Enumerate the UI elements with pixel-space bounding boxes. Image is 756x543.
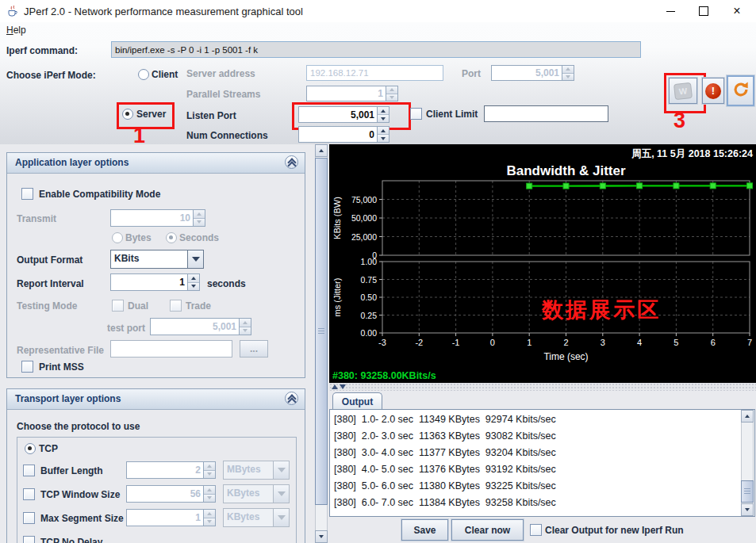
spinner-down-button [204,470,215,479]
seconds-radio [166,232,177,243]
spinner-down-button[interactable] [378,134,389,142]
num-connections-value[interactable]: 0 [298,126,378,143]
chevron-down-icon [192,257,200,262]
output-line: [380] 5.0- 6.0 sec 11380 KBytes 93225 Kb… [330,478,754,495]
chart-panel: 75,00050,00025,0000KBits (BW)1.000.750.5… [329,144,756,383]
svg-text:0: 0 [490,338,495,347]
spinner-up-button[interactable] [378,107,389,114]
client-limit-input[interactable] [484,105,608,122]
restart-iperf-button[interactable] [727,75,754,106]
scroll-down-button[interactable] [741,503,754,516]
application-layer-panel: Application layer options Enable Compati… [6,152,305,378]
port-value: 5,001 [491,65,562,81]
spinner-up-button [562,66,574,73]
client-limit-checkbox[interactable] [410,108,422,120]
collapse-button[interactable] [285,155,298,169]
menu-help[interactable]: Help [6,25,26,36]
max-segment-size-checkbox[interactable] [23,512,35,524]
spinner-down-button [204,494,215,503]
tcp-no-delay-checkbox[interactable] [23,536,35,543]
scroll-up-button[interactable] [741,410,754,423]
chevron-down-icon [278,515,286,520]
output-line: [380] 3.0- 4.0 sec 11377 KBytes 93204 Kb… [330,445,754,461]
buffer-length-spinner: 2 [126,461,216,479]
spinner-down-button [194,218,205,227]
split-divider[interactable] [329,383,756,391]
scroll-down-button[interactable] [315,530,328,543]
svg-text:75,000: 75,000 [351,195,377,205]
spinner-up-button [386,86,397,94]
divider-down-icon[interactable] [340,384,346,389]
choose-mode-label: Choose iPerf Mode: [6,70,96,81]
server-radio[interactable] [122,109,133,120]
output-textarea[interactable]: [380] 1.0- 2.0 sec 11349 KBytes 92974 Kb… [329,409,755,517]
run-iperf-icon: W [673,82,693,99]
clear-now-button[interactable]: Clear now [451,519,524,541]
svg-text:-2: -2 [415,338,423,347]
minimize-button[interactable] [655,2,685,20]
tab-output[interactable]: Output [332,392,382,410]
chevron-down-icon [278,491,286,496]
trade-checkbox [170,300,182,312]
transmit-value: 10 [110,209,194,227]
transmit-label: Transmit [17,213,56,224]
maximize-button[interactable] [689,2,719,20]
arrow-down-icon [319,535,324,538]
listen-port-spinner: 5,001 [298,106,390,123]
collapse-button[interactable] [285,392,298,405]
scroll-up-button[interactable] [315,144,328,157]
tcp-radio[interactable] [25,443,36,454]
tcp-window-size-checkbox[interactable] [23,488,35,500]
enable-compatibility-checkbox[interactable] [21,188,33,200]
save-button[interactable]: Save [401,519,448,541]
arrow-up-icon [745,415,750,418]
spinner-up-button [240,319,251,327]
output-format-combo[interactable]: KBits [110,250,204,269]
spinner-up-button[interactable] [188,274,199,282]
svg-text:Bandwidth & Jitter: Bandwidth & Jitter [506,163,626,178]
server-address-input: 192.168.12.71 [306,65,443,81]
close-button[interactable]: × [722,2,752,20]
svg-text:#380: 93258.00KBits/s: #380: 93258.00KBits/s [332,370,436,381]
report-interval-spinner: 1 [110,273,200,291]
tcp-radio-label: TCP [39,443,58,454]
buffer-length-value: 2 [126,461,204,479]
svg-text:3: 3 [601,338,605,347]
minimize-icon [666,11,675,12]
run-iperf-button[interactable]: W [669,78,697,104]
divider-up-icon[interactable] [332,384,338,389]
bytes-radio-label: Bytes [125,232,152,243]
print-mss-checkbox[interactable] [21,361,33,373]
max-segment-size-spinner: 1 [126,509,216,526]
svg-text:1: 1 [527,338,532,347]
browse-file-button[interactable]: ... [240,340,268,358]
max-segment-size-label: Max Segment Size [40,513,124,524]
combo-arrow-button[interactable] [187,250,203,268]
clear-output-checkbox[interactable] [530,524,542,536]
svg-text:0.25: 0.25 [361,311,378,320]
report-interval-unit-label: seconds [207,278,246,289]
scrollbar-thumb[interactable] [315,158,328,505]
maximize-icon [699,6,708,16]
client-radio-label: Client [152,69,178,80]
spinner-up-button[interactable] [378,127,389,134]
parallel-streams-label: Parallel Streams [186,89,260,100]
spinner-down-button[interactable] [378,114,389,122]
listen-port-value[interactable]: 5,001 [298,106,378,123]
iperf-command-input[interactable]: bin/iperf.exe -s -P 0 -i 1 -p 5001 -f k [111,41,641,58]
svg-text:-1: -1 [452,338,460,347]
scrollbar-thumb[interactable] [741,480,754,503]
report-interval-value[interactable]: 1 [110,273,188,291]
svg-text:7: 7 [747,338,752,347]
output-format-label: Output Format [17,254,83,266]
buffer-length-checkbox[interactable] [23,465,35,476]
window-title: JPerf 2.0 - Network performance measurem… [24,6,303,17]
bandwidth-jitter-chart: 75,00050,00025,0000KBits (BW)1.000.750.5… [329,144,756,383]
svg-text:0.00: 0.00 [361,328,378,338]
stop-iperf-button[interactable]: ! [702,78,724,104]
client-radio[interactable] [138,69,149,80]
output-lines: [380] 1.0- 2.0 sec 11349 KBytes 92974 Kb… [330,410,754,511]
spinner-down-button[interactable] [188,282,199,291]
clear-output-label: Clear Output for new Iperf Run [545,525,684,536]
representative-file-input[interactable] [110,340,232,358]
